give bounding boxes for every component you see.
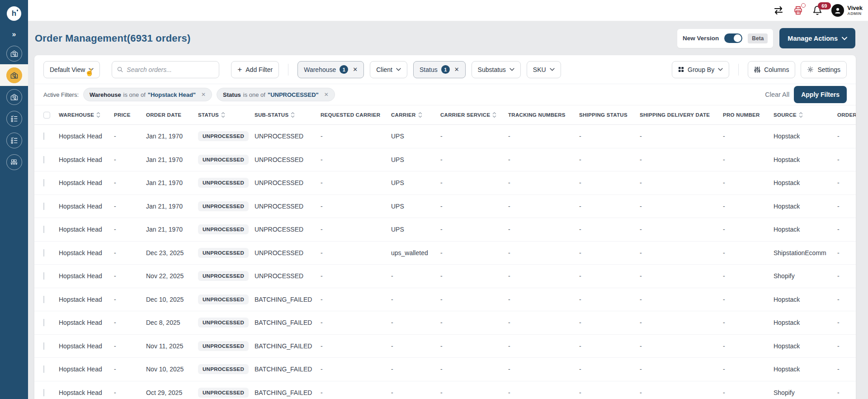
cell-source: Hopstack <box>774 156 837 163</box>
nav-warehouse-3[interactable] <box>0 86 28 108</box>
cell-sub_status: BATCHING_FAILED <box>255 319 321 326</box>
active-filter-chip: Statusis one of"UNPROCESSED"✕ <box>217 88 335 101</box>
cell-carrier: - <box>391 319 440 326</box>
cell-shipping_delivery_date: - <box>640 296 723 303</box>
cell-status: UNPROCESSED <box>198 248 255 258</box>
sort-icon[interactable] <box>291 112 295 118</box>
table-row[interactable]: Hopstack Head-Jan 21, 1970UNPROCESSEDUNP… <box>34 195 856 218</box>
filter-count-badge: 1 <box>441 65 450 74</box>
filter-client[interactable]: Client <box>370 61 407 78</box>
cell-status: UNPROCESSED <box>198 318 255 328</box>
add-filter-button[interactable]: + Add Filter <box>231 61 279 78</box>
notification-count-badge: 69 <box>818 2 830 10</box>
cell-shipping_status: - <box>579 342 640 350</box>
sidebar-expand-icon[interactable]: » <box>12 31 16 38</box>
table-row[interactable]: Hopstack Head-Jan 21, 1970UNPROCESSEDUNP… <box>34 218 856 242</box>
row-checkbox[interactable] <box>43 366 44 373</box>
cell-sub_status: UNPROCESSED <box>255 272 321 280</box>
apply-filters-button[interactable]: Apply Filters <box>794 86 847 103</box>
cell-pro_number: - <box>723 249 774 256</box>
row-checkbox[interactable] <box>43 389 44 396</box>
remove-filter-icon[interactable]: ✕ <box>353 66 358 73</box>
swap-arrows-icon[interactable] <box>773 6 784 15</box>
cell-status: UNPROCESSED <box>198 294 255 304</box>
table-row[interactable]: Hopstack Head-Dec 23, 2025UNPROCESSEDUNP… <box>34 242 856 265</box>
clear-all-link[interactable]: Clear All <box>765 91 789 98</box>
new-version-toggle[interactable] <box>724 33 742 43</box>
sort-icon[interactable] <box>96 112 100 118</box>
divider <box>288 64 288 76</box>
chevron-down-icon <box>842 37 847 40</box>
remove-filter-icon[interactable]: ✕ <box>454 66 459 73</box>
table-row[interactable]: Hopstack Head-Nov 10, 2025UNPROCESSEDBAT… <box>34 358 856 381</box>
cell-warehouse: Hopstack Head <box>59 156 114 163</box>
nav-checklist-2[interactable] <box>0 129 28 151</box>
cell-order_type: - <box>837 133 856 140</box>
select-all-checkbox[interactable] <box>43 112 50 119</box>
status-badge: UNPROCESSED <box>198 271 249 281</box>
sort-icon[interactable] <box>221 112 225 118</box>
sort-icon[interactable] <box>418 112 422 118</box>
remove-chip-icon[interactable]: ✕ <box>201 91 206 98</box>
table-row[interactable]: Hopstack Head-Dec 8, 2025UNPROCESSEDBATC… <box>34 311 856 335</box>
cell-status: UNPROCESSED <box>198 178 255 188</box>
warehouse-icon <box>10 49 19 58</box>
cell-carrier: - <box>391 342 440 350</box>
nav-warehouse-1[interactable] <box>0 43 28 64</box>
active-filter-chip: Warehouseis one of"Hopstack Head"✕ <box>83 88 212 101</box>
nav-warehouse-2[interactable] <box>0 64 28 86</box>
cell-source: Hopstack <box>774 296 837 303</box>
row-checkbox[interactable] <box>43 296 44 303</box>
cell-requested_carrier: - <box>321 156 391 163</box>
remove-chip-icon[interactable]: ✕ <box>324 91 329 98</box>
filter-warehouse[interactable]: Warehouse1✕ <box>297 61 364 78</box>
cell-status: UNPROCESSED <box>198 201 255 211</box>
cell-price: - <box>114 342 146 350</box>
nav-checklist-1[interactable] <box>0 108 28 129</box>
cell-source: Hopstack <box>774 133 837 140</box>
search-input[interactable] <box>127 66 214 73</box>
sort-icon[interactable] <box>799 112 803 118</box>
nav-conveyor[interactable] <box>0 151 28 173</box>
table-row[interactable]: Hopstack Head-Dec 10, 2025UNPROCESSEDBAT… <box>34 288 856 312</box>
row-checkbox[interactable] <box>43 203 44 210</box>
columns-button[interactable]: Columns <box>748 61 795 78</box>
topbar: 69 Vivek ADMIN <box>28 0 868 21</box>
table-row[interactable]: Hopstack Head-Nov 22, 2025UNPROCESSEDUNP… <box>34 265 856 288</box>
printer-alert-icon[interactable] <box>793 5 803 15</box>
avatar-icon <box>831 4 844 17</box>
cell-shipping_status: - <box>579 156 640 163</box>
cell-requested_carrier: - <box>321 226 391 233</box>
settings-button[interactable]: Settings <box>801 61 847 78</box>
row-checkbox[interactable] <box>43 226 44 233</box>
filter-status[interactable]: Status1✕ <box>413 61 466 78</box>
table-row[interactable]: Hopstack Head-Jan 21, 1970UNPROCESSEDUNP… <box>34 171 856 195</box>
user-menu[interactable]: Vivek ADMIN <box>831 4 863 17</box>
row-checkbox[interactable] <box>43 272 44 280</box>
cell-shipping_delivery_date: - <box>640 203 723 210</box>
status-badge: UNPROCESSED <box>198 318 249 328</box>
table-row[interactable]: Hopstack Head-Jan 21, 1970UNPROCESSEDUNP… <box>34 125 856 148</box>
hopstack-logo-icon[interactable]: h <box>7 6 21 21</box>
sort-icon[interactable] <box>492 112 496 118</box>
cell-source: Hopstack <box>774 342 837 350</box>
row-checkbox[interactable] <box>43 156 44 163</box>
cell-requested_carrier: - <box>321 203 391 210</box>
cell-status: UNPROCESSED <box>198 341 255 351</box>
row-checkbox[interactable] <box>43 342 44 350</box>
notifications-bell-icon[interactable]: 69 <box>812 5 822 15</box>
row-checkbox[interactable] <box>43 249 44 256</box>
cell-tracking_numbers: - <box>508 226 579 233</box>
cell-order_date: Nov 11, 2025 <box>146 342 198 350</box>
row-checkbox[interactable] <box>43 179 44 186</box>
table-row[interactable]: Hopstack Head-Nov 11, 2025UNPROCESSEDBAT… <box>34 335 856 358</box>
group-by-button[interactable]: Group By <box>672 61 729 78</box>
row-checkbox[interactable] <box>43 319 44 326</box>
filter-sku[interactable]: SKU <box>527 61 561 78</box>
filter-substatus[interactable]: Substatus <box>472 61 521 78</box>
table-row[interactable]: Hopstack Head-Jan 21, 1970UNPROCESSEDUNP… <box>34 148 856 172</box>
row-checkbox[interactable] <box>43 133 44 140</box>
table-row[interactable]: Hopstack Head-Oct 29, 2025UNPROCESSEDBAT… <box>34 381 856 399</box>
cell-shipping_delivery_date: - <box>640 226 723 233</box>
manage-actions-button[interactable]: Manage Actions <box>779 28 855 48</box>
